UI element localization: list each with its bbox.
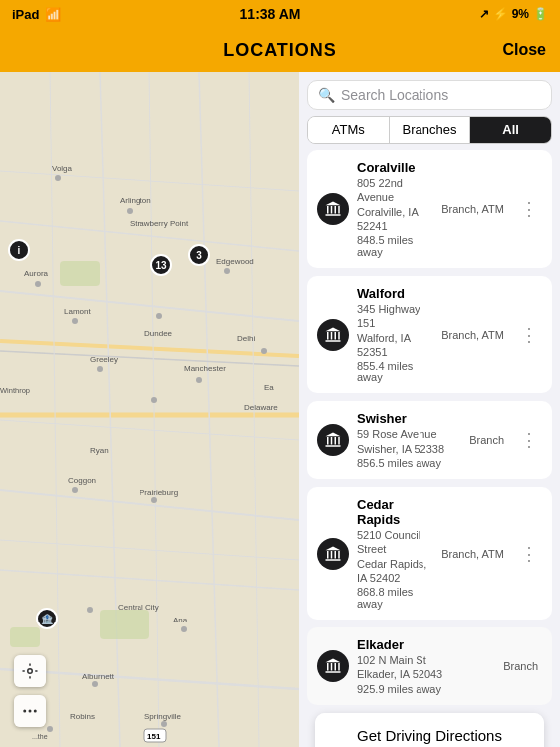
svg-point-17 <box>55 175 61 181</box>
map-pin-bank[interactable]: 🏦 <box>36 608 58 629</box>
svg-point-18 <box>127 208 133 214</box>
tab-branches[interactable]: Branches <box>390 117 471 143</box>
svg-text:Springville: Springville <box>144 712 181 721</box>
location-address-1: 345 Highway 151Walford, IA 52351 <box>357 302 433 359</box>
svg-point-26 <box>151 397 157 403</box>
svg-text:Edgewood: Edgewood <box>216 257 254 266</box>
list-item[interactable]: Cedar Rapids 5210 Council StreetCedar Ra… <box>307 487 552 620</box>
location-info-1: Walford 345 Highway 151Walford, IA 52351… <box>357 286 433 383</box>
location-type-2: Branch <box>469 434 504 446</box>
location-info-4: Elkader 102 N Main StElkader, IA 52043 9… <box>357 637 495 695</box>
svg-text:Dundee: Dundee <box>144 329 173 338</box>
location-distance-3: 868.8 miles away <box>357 586 433 610</box>
battery-pct: 9% <box>512 7 529 21</box>
location-name-3: Cedar Rapids <box>357 497 433 527</box>
map-pin-3[interactable]: 3 <box>188 244 210 266</box>
map-pin-2[interactable]: 13 <box>150 254 172 276</box>
svg-text:Delhi: Delhi <box>237 334 255 343</box>
location-type-4: Branch <box>503 660 538 672</box>
more-options-3[interactable]: ⋮ <box>516 539 542 569</box>
svg-text:Ryan: Ryan <box>90 446 109 455</box>
location-distance-2: 856.5 miles away <box>357 457 461 469</box>
search-bar[interactable]: 🔍 Search Locations <box>307 80 552 110</box>
list-item[interactable]: Walford 345 Highway 151Walford, IA 52351… <box>307 276 552 393</box>
location-name-4: Elkader <box>357 637 495 652</box>
wifi-icon: 📶 <box>45 7 61 22</box>
status-right: ↗ ⚡ 9% 🔋 <box>479 7 548 21</box>
svg-point-29 <box>87 607 93 613</box>
svg-point-27 <box>72 487 78 493</box>
overlay-card: Get Driving Directions Share Location ⋮ <box>315 713 544 747</box>
svg-text:151: 151 <box>147 732 161 741</box>
tab-atms[interactable]: ATMs <box>308 117 390 143</box>
svg-point-23 <box>97 366 103 372</box>
svg-point-66 <box>34 710 37 713</box>
svg-text:Winthrop: Winthrop <box>0 386 30 395</box>
svg-text:...the: ...the <box>32 733 48 740</box>
search-icon: 🔍 <box>318 87 335 103</box>
svg-text:Coggon: Coggon <box>68 476 96 485</box>
battery-icon: 🔋 <box>533 7 548 21</box>
svg-text:Manchester: Manchester <box>184 364 226 373</box>
svg-point-24 <box>196 377 202 383</box>
svg-point-63 <box>28 669 33 674</box>
svg-point-28 <box>151 497 157 503</box>
list-item[interactable]: Swisher 59 Rose AvenueSwisher, IA 52338 … <box>307 401 552 479</box>
location-address-4: 102 N Main StElkader, IA 52043 <box>357 653 495 682</box>
more-options-2[interactable]: ⋮ <box>516 425 542 455</box>
location-distance-0: 848.5 miles away <box>357 234 433 258</box>
list-item[interactable]: Coralville 805 22nd AvenueCoralville, IA… <box>307 150 552 268</box>
location-icon-3 <box>317 538 349 570</box>
svg-rect-34 <box>60 261 100 286</box>
svg-text:Prairieburg: Prairieburg <box>140 488 178 497</box>
more-options-1[interactable]: ⋮ <box>516 320 542 350</box>
svg-text:Aurora: Aurora <box>24 269 49 278</box>
location-address-3: 5210 Council StreetCedar Rapids, IA 5240… <box>357 528 433 585</box>
location-icon-1 <box>317 319 349 351</box>
svg-rect-35 <box>100 610 149 639</box>
svg-point-30 <box>181 626 187 632</box>
svg-text:Arlington: Arlington <box>120 196 151 205</box>
close-button[interactable]: Close <box>502 41 546 59</box>
location-address-2: 59 Rose AvenueSwisher, IA 52338 <box>357 427 461 456</box>
svg-text:Alburnett: Alburnett <box>82 672 115 681</box>
filter-tabs: ATMs Branches All <box>307 116 552 144</box>
more-options-0[interactable]: ⋮ <box>516 194 542 224</box>
map-area: Volga Arlington Aurora Lamont Dundee Edg… <box>0 72 299 747</box>
location-icon-4 <box>317 650 349 682</box>
location-button[interactable] <box>14 655 46 687</box>
device-label: iPad <box>12 7 39 22</box>
menu-button[interactable] <box>14 695 46 727</box>
location-type-0: Branch, ATM <box>441 203 504 215</box>
location-address-0: 805 22nd AvenueCoralville, IA 52241 <box>357 176 433 233</box>
svg-point-64 <box>23 710 26 713</box>
svg-text:Lamont: Lamont <box>64 307 91 316</box>
svg-text:Robins: Robins <box>70 712 95 721</box>
svg-text:Volga: Volga <box>52 164 73 173</box>
list-item[interactable]: Elkader 102 N Main StElkader, IA 52043 9… <box>307 627 552 705</box>
svg-text:Delaware: Delaware <box>244 403 278 412</box>
svg-rect-36 <box>10 627 40 647</box>
map-pin-1[interactable]: i <box>8 239 30 261</box>
svg-text:Ea: Ea <box>264 383 274 392</box>
location-name-0: Coralville <box>357 160 433 175</box>
location-name-2: Swisher <box>357 411 461 426</box>
location-info-0: Coralville 805 22nd AvenueCoralville, IA… <box>357 160 433 258</box>
search-input[interactable]: Search Locations <box>341 87 448 103</box>
svg-point-19 <box>35 281 41 287</box>
svg-point-31 <box>92 681 98 687</box>
location-type-1: Branch, ATM <box>441 329 504 341</box>
location-icon-2 <box>317 424 349 456</box>
bluetooth-icon: ⚡ <box>493 7 508 21</box>
svg-point-21 <box>156 313 162 319</box>
tab-all[interactable]: All <box>470 117 551 143</box>
locations-list: Coralville 805 22nd AvenueCoralville, IA… <box>299 150 560 747</box>
status-bar: iPad 📶 11:38 AM ↗ ⚡ 9% 🔋 <box>0 0 560 28</box>
get-driving-directions-button[interactable]: Get Driving Directions <box>315 713 544 747</box>
svg-text:Greeley: Greeley <box>90 355 118 364</box>
location-name-1: Walford <box>357 286 433 301</box>
location-info-3: Cedar Rapids 5210 Council StreetCedar Ra… <box>357 497 433 610</box>
location-distance-1: 855.4 miles away <box>357 360 433 383</box>
svg-text:Central City: Central City <box>118 603 159 612</box>
svg-point-65 <box>29 710 32 713</box>
